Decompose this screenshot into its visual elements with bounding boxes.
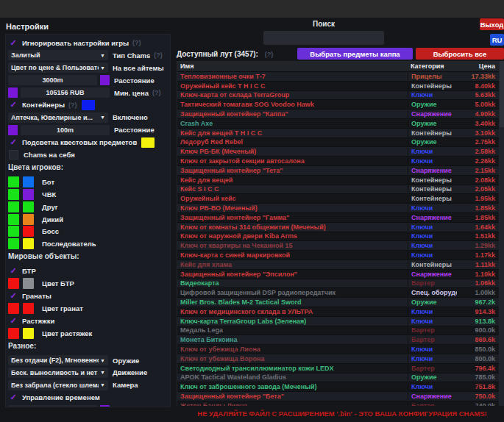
color-swatch-secondary[interactable] (23, 189, 34, 200)
table-row[interactable]: Ключ от убежища ЛионаКлючи850.0k (177, 345, 499, 354)
table-row[interactable]: Жетон Банды ЛионаБартер740.0k (177, 401, 499, 406)
table-row[interactable]: Ключ-карта TerraGroup Labs (Зеленая)Ключ… (177, 317, 499, 326)
checkbox-label: Chams на себя (24, 151, 75, 159)
table-row[interactable]: Защищенный контейнер "Каппа"Снаряжение4.… (177, 110, 499, 119)
dropdown-select[interactable]: Без забрала (стекло шлема)▼ (8, 380, 108, 390)
color-swatch[interactable] (100, 75, 110, 85)
discard-all-button[interactable]: Выбросить все (416, 48, 504, 60)
dropdown-select[interactable]: Цвет по цене & Пользователь▼ (8, 62, 108, 73)
column-header-price[interactable]: Цена (457, 62, 497, 71)
color-swatch-primary[interactable] (8, 189, 19, 200)
checkbox-checked-icon[interactable]: ✓ (8, 137, 18, 147)
table-row[interactable]: Ледоруб Red RebelОружие2.75kk (177, 138, 499, 148)
help-icon[interactable]: (?) (132, 39, 141, 46)
dropdown-select[interactable]: Беск. выносливость и нет уста▼ (8, 368, 108, 378)
table-row[interactable]: Медаль LegaБартер900.0k (177, 326, 499, 336)
color-swatch-secondary[interactable] (23, 214, 34, 225)
loot-item-name: Ключ от медицинского склада в УЛЬТРА (177, 308, 408, 315)
color-swatch[interactable] (82, 100, 95, 110)
table-row[interactable]: Ключ от медицинского склада в УЛЬТРАКлюч… (177, 307, 499, 317)
table-row[interactable]: ВидеокартаБартер1.06kk (177, 279, 499, 289)
value-input[interactable]: 105156 RUB (21, 87, 110, 98)
table-row[interactable]: Ключ от заброшенного завода (Меченый)Клю… (177, 382, 499, 392)
checkbox-checked-icon[interactable]: ✓ (8, 38, 18, 48)
table-row[interactable]: Ключ от убежища ВоронаКлючи800.0k (177, 354, 499, 364)
color-swatch-primary[interactable] (8, 278, 19, 289)
color-swatch-primary[interactable] (8, 328, 19, 339)
checkbox-checked-icon[interactable]: ✓ (8, 393, 18, 402)
color-swatch-primary[interactable] (8, 238, 19, 249)
color-swatch-primary[interactable] (8, 226, 19, 237)
loot-item-category: Бартер (408, 365, 457, 372)
value-input[interactable]: 3000m (8, 75, 97, 85)
help-icon[interactable]: (?) (265, 51, 274, 58)
color-swatch[interactable] (141, 137, 155, 148)
select-kappa-items-button[interactable]: Выбрать предметы каппа (297, 48, 413, 60)
color-swatch-secondary[interactable] (23, 278, 34, 289)
settings-row: Друг (6, 201, 170, 213)
table-row[interactable]: Кейс S I C CКонтейнеры2.05kk (177, 185, 499, 195)
table-row[interactable]: Светодиодный трансиллюминатор кожи LEDXБ… (177, 364, 499, 373)
dropdown-select[interactable]: Аптечка, Ювелирные и...▼ (8, 112, 108, 123)
table-row[interactable]: Защищенный контейнер "Тета"Снаряжение2.1… (177, 166, 499, 176)
table-scrollbar-thumb[interactable] (500, 61, 504, 127)
color-swatch-primary[interactable] (8, 176, 19, 187)
help-icon[interactable]: (?) (68, 101, 77, 109)
table-row[interactable]: Тепловизионные очки Т-7Прицелы17.33kk (177, 72, 499, 82)
checkbox-checked-icon[interactable]: ✓ (8, 100, 18, 110)
table-row[interactable]: Оружейный кейсКонтейнеры1.95kk (177, 194, 499, 204)
table-row[interactable]: Miller Bros. Blades M-2 Tactical SwordОр… (177, 298, 499, 307)
column-header-name[interactable]: Имя (177, 62, 408, 71)
table-row[interactable]: Оружейный кейс T H I C CКонтейнеры8.40kk (177, 82, 499, 91)
color-swatch-primary[interactable] (8, 201, 19, 212)
color-swatch-primary[interactable] (8, 303, 19, 314)
color-swatch-primary[interactable] (8, 214, 19, 225)
table-row[interactable]: APOK Tactical Wasteland GladiusОружие785… (177, 373, 499, 383)
checkbox-checked-icon[interactable]: ✓ (8, 291, 18, 301)
table-row[interactable]: Ключ от комнаты 314 общежития (Меченый)К… (177, 223, 499, 232)
help-icon[interactable]: (?) (152, 89, 161, 96)
checkbox-checked-icon[interactable]: ✓ (8, 316, 18, 326)
table-row[interactable]: Монета БиткоинаБартер869.6k (177, 335, 499, 345)
color-swatch-secondary[interactable] (23, 328, 34, 339)
checkbox-checked-icon[interactable]: ✓ (8, 266, 18, 276)
color-swatch-secondary[interactable] (23, 201, 34, 212)
table-row[interactable]: Ключ РБ-БК (Меченый)Ключи2.58kk (177, 147, 499, 157)
search-input[interactable] (263, 31, 384, 45)
dropdown-value: Аптечка, Ювелирные и... (11, 114, 99, 121)
color-swatch[interactable] (100, 405, 110, 407)
table-row[interactable]: Тактический томагавк SOG Voodoo HawkОруж… (177, 100, 499, 110)
table-row[interactable]: Цифровой защищенный DSP радиопередатчикС… (177, 288, 499, 298)
table-row[interactable]: Кейс для вещей T H I C CКонтейнеры3.10kk (177, 129, 499, 138)
table-row[interactable]: Защищенный контейнер "Бета"Снаряжение750… (177, 392, 499, 401)
loot-item-price: 1.95kk (457, 195, 497, 202)
table-row[interactable]: Кейс для вещейКонтейнеры2.08kk (177, 176, 499, 185)
dropdown-label: Камера (113, 381, 138, 389)
table-row[interactable]: Ключ-карта от склада TerraGroupКлючи5.63… (177, 91, 499, 101)
color-swatch-secondary[interactable] (23, 226, 34, 237)
table-row[interactable]: Ключ-карта с синей маркировкойКлючи1.17k… (177, 251, 499, 260)
dropdown-select[interactable]: Залитый▼ (8, 50, 108, 60)
exit-button[interactable]: Выход (480, 18, 504, 30)
color-swatch-secondary[interactable] (23, 238, 34, 249)
table-row[interactable]: Ключ РБ-ВО (Меченый)Ключи1.85kk (177, 204, 499, 213)
table-row[interactable]: Защищенный контейнер "Гамма"Снаряжение1.… (177, 213, 499, 223)
table-row[interactable]: Ключ от квартиры на Чеканной 15Ключи1.29… (177, 241, 499, 251)
value-input[interactable]: 21h (8, 405, 97, 407)
color-swatch-secondary[interactable] (23, 303, 34, 314)
table-row[interactable]: Защищенный контейнер "Эпсилон"Снаряжение… (177, 270, 499, 279)
color-swatch[interactable] (8, 125, 18, 135)
table-row[interactable]: Crash AxeОружие3.40kk (177, 119, 499, 129)
value-input[interactable]: 100m (21, 125, 110, 135)
language-button[interactable]: RU (490, 34, 504, 46)
table-row[interactable]: Кейс для хламаКонтейнеры1.11kk (177, 260, 499, 270)
checkbox-unchecked-icon[interactable] (9, 150, 18, 160)
help-icon[interactable]: (?) (154, 51, 163, 59)
color-swatch-secondary[interactable] (23, 176, 34, 187)
column-header-category[interactable]: Категория (408, 62, 457, 71)
table-row[interactable]: Ключ от закрытой секции автосалонаКлючи2… (177, 157, 499, 166)
loot-item-category: Снаряжение (408, 214, 457, 221)
table-row[interactable]: Ключ от наружной двери Kiba ArmsКлючи1.5… (177, 232, 499, 242)
color-swatch[interactable] (8, 87, 18, 98)
dropdown-select[interactable]: Без отдачи (F2), Мгновенное п▼ (8, 355, 108, 365)
